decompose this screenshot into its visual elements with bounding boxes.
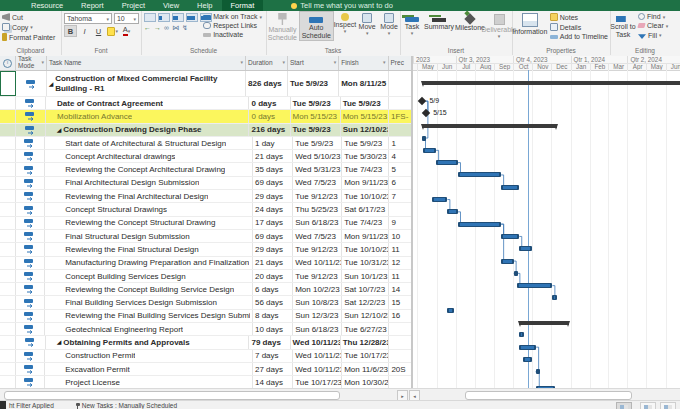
row-indicator-cell[interactable] <box>0 363 16 375</box>
task-mode-cell[interactable] <box>16 310 46 322</box>
duration-cell[interactable]: 29 days <box>253 190 293 202</box>
task-mode-cell[interactable] <box>16 203 46 215</box>
table-row[interactable]: Reviewing the Concept Architectural Draw… <box>0 163 411 176</box>
expand-icon[interactable]: ◢ <box>49 81 53 87</box>
task-name-cell[interactable]: Reviewing the Concept Architectural Draw… <box>45 163 253 175</box>
duration-cell[interactable]: 79 days <box>249 336 290 348</box>
task-mode-cell[interactable] <box>16 323 46 335</box>
row-indicator-cell[interactable] <box>0 350 16 362</box>
task-name-cell[interactable]: Reviewing the Final Architectural Design <box>45 190 253 202</box>
table-row[interactable]: ◢Construction Drawing Design Phase 216 d… <box>0 124 411 137</box>
start-cell[interactable]: Sun 6/18/23 <box>293 217 342 229</box>
predecessors-cell[interactable]: 11 <box>389 270 411 282</box>
row-indicator-cell[interactable] <box>0 110 16 122</box>
table-row[interactable]: Concept Structural Drawings 24 days Thu … <box>0 203 411 216</box>
gantt-view-button[interactable] <box>616 402 632 409</box>
finish-cell[interactable]: Tue 5/30/23 <box>342 150 389 162</box>
indicators-column-header[interactable]: i <box>0 56 16 70</box>
duration-cell[interactable]: 20 days <box>253 270 293 282</box>
insert-task-button[interactable]: Task▾ <box>400 11 424 40</box>
row-indicator-cell[interactable] <box>0 137 16 149</box>
duration-cell[interactable]: 14 days <box>253 376 293 388</box>
inactivate-button[interactable]: Inactivate <box>201 30 264 39</box>
duration-cell[interactable]: 7 days <box>253 350 293 362</box>
task-name-column-header[interactable]: Task Name▾ <box>47 56 246 70</box>
duration-cell[interactable]: 6 days <box>253 283 293 295</box>
duration-cell[interactable]: 56 days <box>253 296 293 308</box>
finish-cell[interactable]: Mon 10/30/23 <box>342 376 389 388</box>
predecessors-cell[interactable] <box>389 336 411 348</box>
gantt-task-bar[interactable] <box>423 148 436 153</box>
predecessors-cell[interactable]: 20S <box>389 363 411 375</box>
percent-0-button[interactable] <box>144 13 156 22</box>
gantt-task-bar[interactable] <box>422 136 426 141</box>
task-name-cell[interactable]: Reviewing the Concept Building Service D… <box>45 283 253 295</box>
task-mode-cell[interactable] <box>16 376 46 388</box>
add-to-timeline-button[interactable]: Add to Timeline <box>548 32 610 41</box>
link-tasks-icon[interactable]: ∞ <box>164 24 169 32</box>
task-name-cell[interactable]: Reviewing the Concept Structural Drawing <box>45 217 253 229</box>
move-button[interactable]: Move▾ <box>356 11 378 36</box>
finish-cell[interactable]: Sat 12/2/23 <box>342 296 389 308</box>
finish-cell[interactable]: Tue 7/4/23 <box>342 217 389 229</box>
finish-cell[interactable]: Tue 10/31/23 <box>342 257 389 269</box>
filter-arrow-icon[interactable]: ▾ <box>383 60 386 65</box>
duration-cell[interactable]: 24 days <box>253 203 293 215</box>
start-cell[interactable]: Sun 10/8/23 <box>293 296 342 308</box>
row-indicator-cell[interactable] <box>0 230 16 242</box>
gantt-task-bar[interactable] <box>517 283 552 288</box>
table-row[interactable]: Reviewing the Concept Building Service D… <box>0 283 411 296</box>
row-indicator-cell[interactable] <box>0 71 16 96</box>
gantt-task-bar[interactable] <box>523 357 532 362</box>
duration-column-header[interactable]: Duration▾ <box>246 56 288 70</box>
row-indicator-cell[interactable] <box>0 163 16 175</box>
task-mode-cell[interactable] <box>16 217 46 229</box>
row-indicator-cell[interactable] <box>0 203 16 215</box>
row-indicator-cell[interactable] <box>0 217 16 229</box>
underline-button[interactable]: U <box>92 25 105 37</box>
predecessors-cell[interactable]: 1 <box>389 137 411 149</box>
finish-cell[interactable]: Tue 10/10/23 <box>342 190 389 202</box>
gantt-task-bar[interactable] <box>514 271 518 276</box>
predecessors-cell[interactable]: 11 <box>389 243 411 255</box>
start-cell[interactable]: Thu 5/25/23 <box>293 203 342 215</box>
expand-icon[interactable]: ◢ <box>57 339 61 345</box>
task-name-cell[interactable]: Rewieving the Final Structural Design <box>45 243 253 255</box>
duration-cell[interactable]: 826 days <box>246 71 288 96</box>
table-row[interactable]: ◢Construction of Mixed Commercial Facili… <box>0 71 411 97</box>
task-mode-cell[interactable] <box>16 97 46 109</box>
table-row[interactable]: Manufacturing Drawing Preparation and Fi… <box>0 257 411 270</box>
predecessors-column-header[interactable]: Prec <box>389 56 411 70</box>
task-mode-cell[interactable] <box>16 124 46 136</box>
duration-cell[interactable]: 69 days <box>253 177 293 189</box>
inspect-button[interactable]: Inspect▾ <box>334 11 357 34</box>
table-row[interactable]: Start date of Architectural & Structural… <box>0 137 411 150</box>
start-cell[interactable]: Wed 5/10/23 <box>293 150 342 162</box>
predecessors-cell[interactable]: 15 <box>389 296 411 308</box>
task-name-cell[interactable]: Date of Contract Agreement <box>46 97 249 109</box>
task-mode-cell[interactable] <box>16 230 46 242</box>
duration-cell[interactable]: 1 day <box>253 137 293 149</box>
mode-button[interactable]: Mode▾ <box>378 11 400 36</box>
row-indicator-cell[interactable] <box>0 270 16 282</box>
finish-cell[interactable]: Mon 5/15/23 <box>341 110 389 122</box>
task-mode-cell[interactable] <box>16 350 46 362</box>
gantt-summary-bar[interactable] <box>422 81 680 85</box>
font-size-select[interactable]: 10▾ <box>114 13 139 24</box>
row-indicator-cell[interactable] <box>0 150 16 162</box>
information-button[interactable]: Information <box>512 11 548 41</box>
duration-cell[interactable]: 216 days <box>249 124 290 136</box>
row-indicator-cell[interactable] <box>0 283 16 295</box>
filter-arrow-icon[interactable]: ▾ <box>241 60 244 65</box>
task-name-cell[interactable]: Concept Structural Drawings <box>45 203 253 215</box>
start-cell[interactable]: Mon 5/15/23 <box>291 110 341 122</box>
task-name-cell[interactable]: Construction Permit <box>45 350 253 362</box>
background-color-button[interactable]: ▾ <box>106 25 119 37</box>
copy-button[interactable]: Copy▾ <box>0 22 61 32</box>
percent-25-button[interactable] <box>158 13 170 22</box>
ribbon-tab-report[interactable]: Report <box>72 0 113 11</box>
finish-cell[interactable]: Mon 8/11/25 <box>339 71 388 96</box>
predecessors-cell[interactable] <box>389 71 411 96</box>
split-task-icon[interactable]: ↯ <box>182 24 188 32</box>
right-pane-scrollbar-thumb[interactable] <box>465 391 632 400</box>
